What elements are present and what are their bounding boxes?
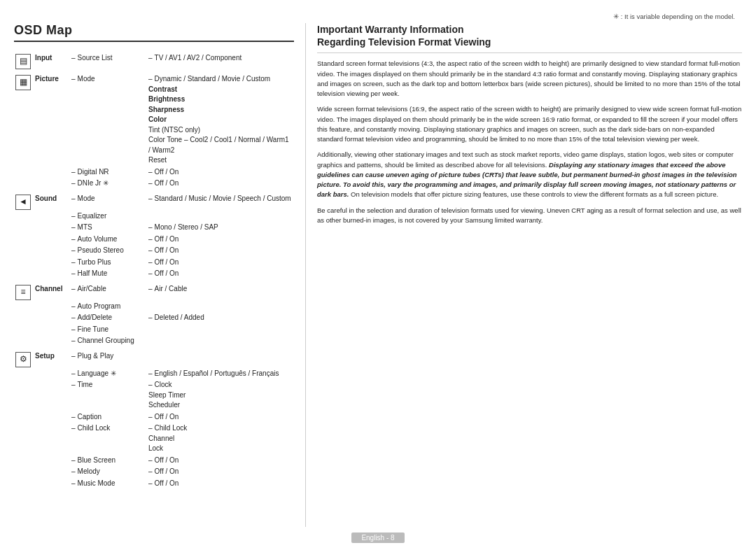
top-note: ✳ : It is variable depending on the mode…: [14, 13, 742, 20]
setup-label: [34, 411, 70, 423]
sound-label: [34, 245, 70, 257]
osd-row: –Turbo Plus–Off / On: [14, 257, 294, 269]
val-col: [147, 347, 294, 368]
sound-icon-cell: ◄: [14, 190, 34, 211]
val-col: –Dynamic / Standard / Movie / CustomCont…: [147, 70, 294, 167]
channel-icon-cell: [14, 301, 34, 313]
setup-icon-cell: ⚙: [14, 347, 34, 368]
sub-label: –Pseudo Stereo: [70, 245, 147, 257]
val-col: –Child LockChannelLock: [147, 423, 294, 455]
osd-row: –Caption–Off / On: [14, 411, 294, 423]
sub-label: –MTS: [70, 222, 147, 234]
osd-row: –Half Mute–Off / On: [14, 268, 294, 280]
osd-row: –Pseudo Stereo–Off / On: [14, 245, 294, 257]
setup-icon-cell: [14, 368, 34, 380]
picture-icon-cell: [14, 167, 34, 178]
val-col: –Off / On: [147, 478, 294, 490]
channel-label: [34, 301, 70, 313]
val-col: –TV / AV1 / AV2 / Component: [147, 49, 294, 70]
val-col: –Off / On: [147, 257, 294, 269]
setup-icon-cell: [14, 411, 34, 423]
sub-label: –Fine Tune: [70, 324, 147, 336]
picture-icon-cell: ▦: [14, 70, 34, 167]
channel-icon-cell: [14, 324, 34, 336]
val-col: –Air / Cable: [147, 280, 294, 301]
footer-badge: English - 8: [351, 533, 404, 543]
picture-icon-cell: [14, 178, 34, 190]
osd-row: –Fine Tune: [14, 324, 294, 336]
sound-icon-cell: [14, 234, 34, 246]
sub-label: –Source List: [70, 49, 147, 70]
setup-label: [34, 423, 70, 455]
setup-label: Setup: [34, 347, 70, 368]
osd-row: –Digital NR–Off / On: [14, 167, 294, 178]
warranty-paragraph-0: Standard screen format televisions (4:3,…: [317, 59, 742, 99]
val-col: [147, 211, 294, 223]
setup-icon-cell: [14, 455, 34, 467]
val-col: –ClockSleep TimerScheduler: [147, 379, 294, 411]
sub-label: –Half Mute: [70, 268, 147, 280]
setup-label: [34, 379, 70, 411]
sub-label: –Mode: [70, 190, 147, 211]
sound-label: [34, 211, 70, 223]
sub-label: –Child Lock: [70, 423, 147, 455]
input-label: Input: [34, 49, 70, 70]
val-col: –Standard / Music / Movie / Speech / Cus…: [147, 190, 294, 211]
sound-label: [34, 268, 70, 280]
osd-row: –MTS–Mono / Stereo / SAP: [14, 222, 294, 234]
osd-row: ▤Input–Source List–TV / AV1 / AV2 / Comp…: [14, 49, 294, 70]
osd-row: –Child Lock–Child LockChannelLock: [14, 423, 294, 455]
val-col: –Off / On: [147, 167, 294, 178]
val-col: –Off / On: [147, 178, 294, 190]
sub-label: –Melody: [70, 466, 147, 478]
warranty-body: Standard screen format televisions (4:3,…: [317, 59, 742, 225]
sub-label: –DNIe Jr ✳: [70, 178, 147, 190]
sound-label: [34, 234, 70, 246]
setup-label: [34, 466, 70, 478]
warranty-paragraph-1: Wide screen format televisions (16:9, th…: [317, 104, 742, 144]
channel-label: [34, 312, 70, 324]
channel-icon-cell: ≡: [14, 280, 34, 301]
sound-label: [34, 257, 70, 269]
osd-row: –Auto Program: [14, 301, 294, 313]
channel-icon: ≡: [15, 285, 31, 300]
sound-icon-cell: [14, 268, 34, 280]
sub-label: –Auto Volume: [70, 234, 147, 246]
osd-row: ◄Sound–Mode–Standard / Music / Movie / S…: [14, 190, 294, 211]
channel-label: Channel: [34, 280, 70, 301]
sub-label: –Music Mode: [70, 478, 147, 490]
sound-label: [34, 222, 70, 234]
sound-icon-cell: [14, 211, 34, 223]
sub-label: –Plug & Play: [70, 347, 147, 368]
val-col: –Off / On: [147, 268, 294, 280]
val-col: –Mono / Stereo / SAP: [147, 222, 294, 234]
input-icon-cell: ▤: [14, 49, 34, 70]
val-col: –Off / On: [147, 234, 294, 246]
sub-label: –Caption: [70, 411, 147, 423]
warranty-paragraph-2: Additionally, viewing other stationary i…: [317, 150, 742, 199]
sub-label: –Equalizer: [70, 211, 147, 223]
osd-row: –Music Mode–Off / On: [14, 478, 294, 490]
main-content: OSD Map ▤Input–Source List–TV / AV1 / AV…: [14, 23, 742, 527]
page: ✳ : It is variable depending on the mode…: [0, 0, 756, 550]
val-col: –Off / On: [147, 245, 294, 257]
sub-label: –Turbo Plus: [70, 257, 147, 269]
warranty-title: Important Warranty Information Regarding…: [317, 23, 742, 53]
sub-label: –Air/Cable: [70, 280, 147, 301]
footer: English - 8: [14, 533, 742, 543]
warranty-paragraph-3: Be careful in the selection and duration…: [317, 206, 742, 226]
sound-label: Sound: [34, 190, 70, 211]
osd-row: –Time–ClockSleep TimerScheduler: [14, 379, 294, 411]
osd-row: –Channel Grouping: [14, 335, 294, 347]
left-column: OSD Map ▤Input–Source List–TV / AV1 / AV…: [14, 23, 294, 527]
setup-icon-cell: [14, 379, 34, 411]
sound-icon-cell: [14, 245, 34, 257]
osd-row: ≡Channel–Air/Cable–Air / Cable: [14, 280, 294, 301]
setup-label: [34, 478, 70, 490]
channel-label: [34, 324, 70, 336]
val-col: –Off / On: [147, 411, 294, 423]
osd-row: ⚙Setup–Plug & Play: [14, 347, 294, 368]
channel-icon-cell: [14, 312, 34, 324]
picture-label: [34, 167, 70, 178]
osd-row: –Melody–Off / On: [14, 466, 294, 478]
